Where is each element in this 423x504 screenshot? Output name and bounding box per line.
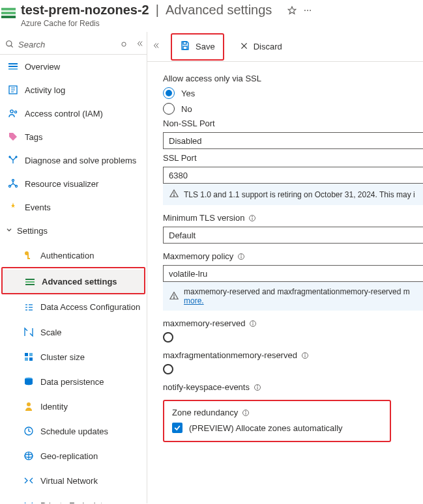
sidebar-item-virtual-network[interactable]: Virtual Network: [0, 469, 147, 492]
tls-warning-banner: TLS 1.0 and 1.1 support is retiring on O…: [163, 184, 423, 205]
info-icon[interactable]: [249, 320, 257, 328]
sidebar-search-input[interactable]: Search: [1, 35, 118, 54]
sidebar-item-cluster-size[interactable]: Cluster size: [0, 345, 147, 369]
discard-button[interactable]: Discard: [233, 38, 289, 56]
sidebar-item-geo-replication[interactable]: Geo-replication: [0, 444, 147, 468]
redis-resource-icon: [1, 5, 16, 20]
svg-point-67: [241, 255, 242, 255]
sidebar-item-label: Cluster size: [40, 352, 85, 362]
svg-rect-30: [25, 281, 35, 283]
ssl-access-label: Allow access only via SSL: [163, 74, 423, 83]
tls-warning-text: TLS 1.0 and 1.1 support is retiring on O…: [184, 190, 415, 199]
sidebar-group-settings[interactable]: Settings: [0, 219, 147, 242]
sidebar-item-identity[interactable]: Identity: [0, 395, 147, 418]
sidebar-item-label: Geo-replication: [40, 451, 98, 461]
zone-redundancy-section: Zone redundancy (PREVIEW) Allocate zones…: [163, 400, 391, 442]
svg-rect-11: [8, 66, 18, 67]
checkbox-checked-icon: [172, 423, 182, 433]
info-icon[interactable]: [237, 253, 245, 260]
zone-redundancy-label: Zone redundancy: [172, 408, 238, 417]
svg-point-61: [173, 195, 174, 196]
radio-label: Yes: [181, 89, 195, 98]
maxfrag-reserved-slider[interactable]: [163, 364, 173, 374]
maxmemory-info-banner: maxmemory-reserved and maxfragmentationm…: [163, 282, 423, 311]
collapse-blade-icon[interactable]: [153, 42, 160, 51]
sidebar-item-authentication[interactable]: Authentication: [0, 244, 147, 267]
warning-icon: [169, 291, 179, 302]
svg-point-79: [257, 385, 258, 386]
maxmemory-banner-text: maxmemory-reserved and maxfragmentationm…: [184, 287, 410, 296]
svg-point-17: [10, 110, 13, 113]
cluster-icon: [23, 352, 34, 362]
non-ssl-port-value: Disabled: [169, 136, 202, 146]
maxmemory-banner-more-link[interactable]: more.: [184, 296, 204, 305]
allocate-zones-checkbox[interactable]: (PREVIEW) Allocate zones automatically: [172, 423, 382, 433]
svg-rect-12: [8, 68, 18, 70]
sidebar-item-scale[interactable]: Scale: [0, 320, 147, 344]
sidebar-item-schedule-updates[interactable]: Schedule updates: [0, 419, 147, 443]
resource-visualizer-icon: [8, 178, 18, 189]
sidebar-item-advanced-settings[interactable]: Advanced settings: [3, 270, 144, 293]
sidebar-item-label: Resource visualizer: [25, 179, 98, 189]
maxmemory-policy-value: volatile-lru: [169, 269, 207, 279]
sidebar-item-diagnose[interactable]: Diagnose and solve problems: [0, 148, 147, 172]
ssl-access-radio-yes[interactable]: Yes: [163, 87, 423, 99]
svg-point-64: [252, 216, 253, 217]
sidebar-item-resource-visualizer[interactable]: Resource visualizer: [0, 172, 147, 195]
svg-line-8: [11, 46, 13, 48]
sidebar-item-data-access-config[interactable]: Data Access Configuration: [0, 296, 147, 319]
maxmemory-policy-select[interactable]: volatile-lru: [163, 265, 423, 282]
more-actions-icon[interactable]: [303, 6, 312, 15]
sidebar-item-data-persistence[interactable]: Data persistence: [0, 370, 147, 393]
clock-icon: [23, 426, 34, 436]
checklist-icon: [23, 302, 34, 313]
min-tls-value: Default: [169, 231, 196, 240]
allocate-zones-label: (PREVIEW) Allocate zones automatically: [189, 423, 343, 433]
non-ssl-port-label: Non-SSL Port: [163, 119, 423, 128]
ssl-access-radio-no[interactable]: No: [163, 103, 423, 115]
sidebar-item-label: Identity: [40, 402, 68, 412]
sidebar-item-overview[interactable]: Overview: [0, 55, 147, 78]
search-dropdown-icon[interactable]: [121, 40, 127, 49]
min-tls-select[interactable]: Default: [163, 227, 423, 244]
svg-rect-40: [25, 357, 28, 361]
sidebar-item-access-control[interactable]: Access control (IAM): [0, 102, 147, 125]
sidebar-group-label: Settings: [17, 226, 48, 236]
info-icon[interactable]: [248, 214, 256, 222]
sidebar-item-tags[interactable]: Tags: [0, 125, 147, 148]
sidebar-item-activity-log[interactable]: Activity log: [0, 78, 147, 102]
private-endpoint-icon: [23, 500, 34, 503]
events-icon: [8, 202, 18, 212]
access-control-icon: [8, 108, 18, 119]
svg-marker-19: [9, 133, 17, 141]
info-icon[interactable]: [301, 352, 309, 359]
sidebar-item-label: Private Endpoint: [40, 501, 102, 504]
info-icon[interactable]: [242, 409, 250, 417]
sidebar-item-label: Scale: [40, 328, 62, 337]
svg-point-70: [173, 297, 174, 298]
resource-type-subtitle: Azure Cache for Redis: [21, 19, 312, 28]
info-icon[interactable]: [254, 384, 261, 391]
svg-point-43: [27, 402, 31, 406]
scale-icon: [23, 327, 34, 337]
svg-rect-39: [29, 353, 33, 356]
sidebar-item-private-endpoint[interactable]: Private Endpoint: [0, 494, 147, 503]
virtual-network-icon: [23, 475, 34, 486]
non-ssl-port-input[interactable]: Disabled: [163, 132, 423, 149]
sidebar-item-label: Activity log: [25, 85, 65, 95]
svg-rect-2: [1, 16, 16, 18]
svg-point-6: [310, 10, 311, 11]
svg-marker-3: [289, 7, 297, 14]
ssl-port-value: 6380: [169, 171, 188, 180]
overview-icon: [8, 61, 18, 72]
ssl-port-input[interactable]: 6380: [163, 167, 423, 184]
page-header: test-prem-nozones-2 | Advanced settings …: [0, 0, 423, 32]
svg-rect-10: [8, 63, 18, 64]
maxmemory-reserved-slider[interactable]: [163, 332, 173, 343]
sidebar-item-events[interactable]: Events: [0, 195, 147, 219]
favorite-star-icon[interactable]: [287, 6, 297, 15]
collapse-sidebar-icon[interactable]: [136, 40, 144, 49]
radio-label: No: [181, 104, 192, 114]
save-button[interactable]: Save: [173, 38, 222, 56]
save-button-label: Save: [196, 42, 215, 51]
